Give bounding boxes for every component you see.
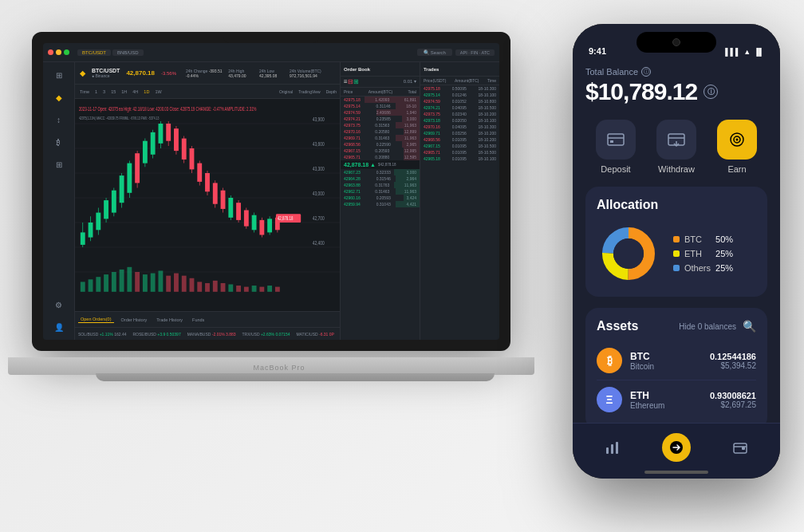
ticker-matic: MATIC/USD -6.31 0P xyxy=(296,332,333,337)
deposit-action[interactable]: Deposit xyxy=(596,120,636,174)
btc-amount: 0.12544186 xyxy=(710,352,756,361)
svg-rect-82 xyxy=(197,282,202,291)
chart-type-tradingview[interactable]: TradingView xyxy=(298,89,321,94)
svg-text:42,700: 42,700 xyxy=(313,215,325,221)
topbar-search[interactable]: 🔍 Search xyxy=(417,49,452,56)
svg-rect-70 xyxy=(104,274,108,292)
chart-type-original[interactable]: Original xyxy=(279,89,293,94)
chart-tf-1w[interactable]: 1W xyxy=(153,89,163,95)
tab-funds[interactable]: Funds xyxy=(190,317,207,323)
ob-col-headers: PriceAmount(BTC)Total xyxy=(341,88,420,97)
pair-sub: ● Binance xyxy=(92,73,120,78)
svg-rect-44 xyxy=(197,164,202,182)
sidebar-markets-icon[interactable]: ⊞ xyxy=(51,67,67,83)
topbar-tab-bnb[interactable]: BNB/USD xyxy=(112,49,144,56)
chart-tf-3[interactable]: 3 xyxy=(101,89,107,95)
traffic-light-yellow[interactable] xyxy=(56,49,61,55)
pair-volume-stat: 24h Volume(BTC) 972,716,501.94 xyxy=(290,69,335,78)
svg-rect-112 xyxy=(616,442,618,454)
chart-canvas: 43,900 43,600 43,300 43,000 42,700 42,40… xyxy=(75,99,340,297)
ob-icon-sell[interactable]: ⊟ xyxy=(348,78,353,85)
ob-mid-price: 42,878.18 ▲ xyxy=(344,162,376,167)
svg-rect-58 xyxy=(252,215,257,231)
pair-change: -3.56% xyxy=(161,71,176,76)
sidebar-grid-icon[interactable]: ⊞ xyxy=(51,156,67,172)
wallet-nav-icon[interactable] xyxy=(726,433,755,462)
balance-amount: $10,789.12 ⓘ xyxy=(585,78,767,105)
ob-sell-5: 42973.750.3156311,963 xyxy=(341,122,420,128)
chart-svg: 43,900 43,600 43,300 43,000 42,700 42,40… xyxy=(75,99,340,297)
sidebar-logo-icon[interactable]: ◆ xyxy=(51,89,67,105)
asset-row-eth[interactable]: Ξ ETH Ethereum 0.93008621 $2,697.25 xyxy=(597,380,756,419)
svg-rect-28 xyxy=(135,153,140,183)
nav-wallet[interactable] xyxy=(726,433,755,462)
svg-rect-36 xyxy=(166,124,171,141)
trading-app: BTC/USDT BNB/USD 🔍 Search API · FIN · AT… xyxy=(43,43,499,340)
ob-sell-8: 42968.560.225902,965 xyxy=(341,141,420,148)
ob-icon-buy[interactable]: ⊞ xyxy=(353,78,359,85)
traffic-lights xyxy=(48,49,69,55)
chart-nav-icon[interactable] xyxy=(598,433,627,462)
chart-tf-time[interactable]: Time xyxy=(78,89,91,95)
balance-detail-icon[interactable]: ⓘ xyxy=(704,85,718,99)
eth-asset-icon: Ξ xyxy=(597,387,622,412)
chart-tf-1h[interactable]: 1H xyxy=(120,89,128,95)
chart-tf-1[interactable]: 1 xyxy=(93,89,99,95)
earn-action[interactable]: Earn xyxy=(717,120,757,174)
chart-tf-4h[interactable]: 4H xyxy=(131,89,140,95)
sidebar-user-icon[interactable]: 👤 xyxy=(51,319,67,335)
high-val: 43,479.00 xyxy=(228,73,246,78)
nav-chart[interactable] xyxy=(598,433,627,462)
traffic-light-green[interactable] xyxy=(64,49,69,55)
tab-order-history[interactable]: Order History xyxy=(119,317,150,323)
topbar-tab-btc[interactable]: BTC/USDT xyxy=(77,49,111,56)
legend-btc: BTC 50% xyxy=(673,234,733,244)
hide-balances[interactable]: Hide 0 balances xyxy=(679,322,736,331)
pair-name: BTC/USDT xyxy=(92,68,120,73)
svg-rect-99 xyxy=(610,140,613,143)
ticker-mana: MANA/BUSD -2.01% 3.883 xyxy=(187,332,236,337)
sidebar-buy-icon[interactable]: ₿ xyxy=(51,134,67,150)
traffic-light-red[interactable] xyxy=(48,49,53,55)
svg-rect-26 xyxy=(127,164,132,193)
trade-row-11: 42965.710.0109518-10.500 xyxy=(420,149,499,156)
svg-rect-90 xyxy=(259,287,264,292)
chart-tf-1d[interactable]: 1D xyxy=(142,89,151,95)
ob-precision[interactable]: 0.01 ▾ xyxy=(404,78,416,85)
pair-low-stat: 24h Low 42,395.08 xyxy=(259,69,285,78)
tab-trade-history[interactable]: Trade History xyxy=(154,317,185,323)
chart-tf-15[interactable]: 15 xyxy=(109,89,117,95)
topbar-tabs: BTC/USDT BNB/USD xyxy=(77,49,414,56)
tab-open-orders[interactable]: Open Orders(0) xyxy=(78,316,114,323)
search-assets-icon[interactable]: 🔍 xyxy=(743,320,756,333)
phone-notch xyxy=(636,32,716,53)
earn-icon[interactable] xyxy=(717,120,757,160)
deposit-icon[interactable] xyxy=(596,120,636,160)
balance-label: Total Balance ⓘ xyxy=(585,67,767,77)
svg-point-109 xyxy=(613,238,644,269)
asset-row-btc[interactable]: ₿ BTC Bitcoin 0.12544186 $5,394.52 xyxy=(597,341,756,380)
svg-text:42,400: 42,400 xyxy=(313,239,325,246)
chart-type-depth[interactable]: Depth xyxy=(326,89,337,94)
svg-rect-88 xyxy=(244,287,249,292)
trade-row-1: 42975.180.5009518-10.300 xyxy=(420,85,499,92)
ticker-bar: SOL/BUSD +1.11% 162.44 ROSE/BUSD +3.9 0.… xyxy=(75,327,340,340)
svg-rect-68 xyxy=(89,279,93,292)
legend-eth: ETH 25% xyxy=(673,249,733,258)
status-time: 9:41 xyxy=(589,46,606,56)
withdraw-icon[interactable] xyxy=(656,120,696,160)
nav-trade[interactable] xyxy=(662,433,691,462)
trade-nav-icon[interactable] xyxy=(662,433,691,462)
macbook: BTC/USDT BNB/USD 🔍 Search API · FIN · AT… xyxy=(32,32,526,502)
svg-rect-72 xyxy=(120,270,124,292)
svg-rect-32 xyxy=(151,132,156,155)
asset-right-btc: 0.12544186 $5,394.52 xyxy=(710,352,756,370)
withdraw-action[interactable]: Withdraw xyxy=(656,120,696,174)
sidebar-trade-icon[interactable]: ↕ xyxy=(51,112,67,128)
phone-content: Total Balance ⓘ $10,789.12 ⓘ xyxy=(573,61,780,430)
svg-rect-24 xyxy=(120,175,124,203)
asset-left-btc: ₿ BTC Bitcoin xyxy=(597,348,654,373)
svg-point-105 xyxy=(736,139,739,141)
sidebar-settings-icon[interactable]: ⚙ xyxy=(51,297,67,313)
trade-row-7: 42970.160.0409518-10.300 xyxy=(420,124,499,130)
